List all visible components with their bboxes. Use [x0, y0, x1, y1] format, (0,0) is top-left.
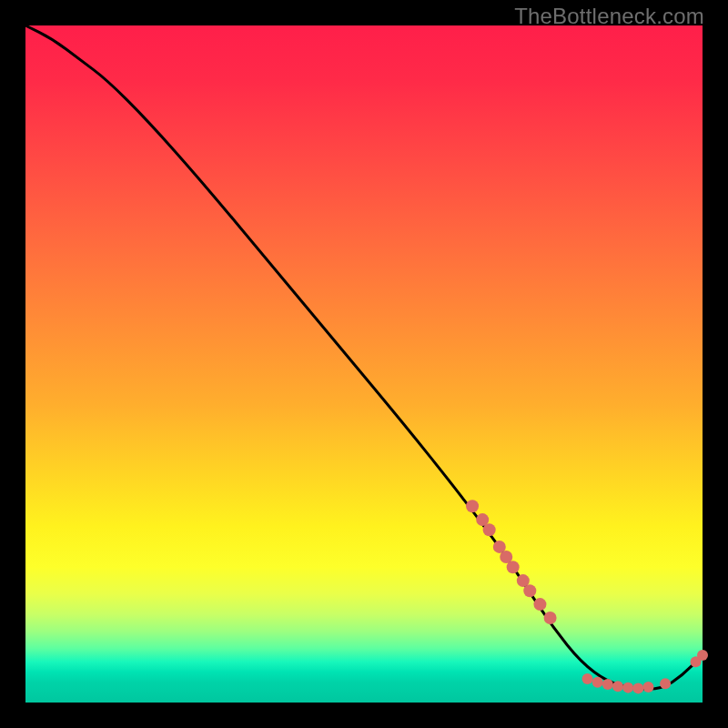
data-marker — [622, 682, 633, 693]
data-marker — [533, 598, 546, 611]
chart-overlay — [25, 25, 703, 703]
data-marker — [632, 682, 643, 693]
data-marker — [523, 584, 536, 597]
data-marker — [592, 677, 603, 688]
data-marker — [582, 673, 593, 684]
data-marker — [544, 612, 557, 624]
data-marker — [612, 681, 623, 692]
curve-layer — [25, 25, 703, 689]
data-marker — [507, 561, 520, 573]
data-marker — [483, 523, 496, 536]
data-marker — [602, 679, 613, 690]
bottleneck-curve — [25, 25, 703, 689]
data-marker — [697, 650, 708, 661]
data-marker — [660, 678, 671, 689]
data-marker — [642, 682, 653, 693]
chart-stage: TheBottleneck.com — [0, 0, 728, 728]
data-marker — [466, 500, 479, 512]
